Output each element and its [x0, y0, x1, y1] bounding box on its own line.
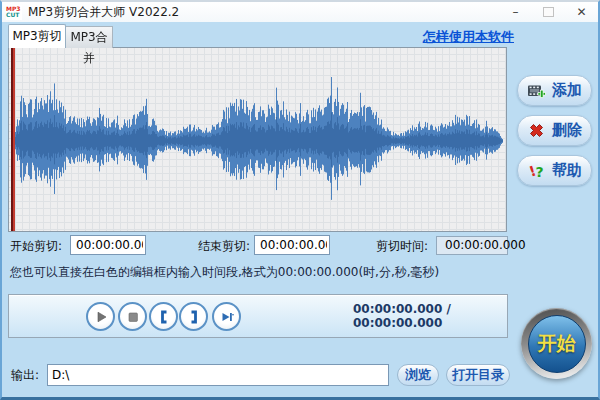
close-icon: ✕	[576, 5, 586, 19]
set-start-button[interactable]	[149, 302, 178, 331]
tab-mp3-merge[interactable]: MP3合并	[65, 26, 113, 48]
play-icon	[93, 309, 109, 325]
minimize-button[interactable]: –	[499, 2, 532, 22]
help-button-label: 帮助	[552, 161, 582, 180]
red-x-icon	[527, 121, 546, 140]
bracket-close-icon	[186, 309, 202, 325]
minimize-icon: –	[513, 5, 519, 19]
waveform-canvas[interactable]	[9, 48, 506, 231]
play-button[interactable]	[86, 302, 115, 331]
stop-icon	[125, 309, 141, 325]
start-cut-input[interactable]	[70, 235, 146, 255]
titlebar: MP3 CUT MP3剪切合并大师 V2022.2 – ✕	[2, 2, 598, 22]
player-panel: 00:00:00.000 / 00:00:00.000	[8, 294, 508, 338]
open-directory-button[interactable]: 打开目录	[446, 364, 510, 386]
app-logo-bottom: CUT	[6, 12, 22, 18]
end-cut-input[interactable]	[254, 235, 330, 255]
stop-button[interactable]	[118, 302, 147, 331]
window-controls: – ✕	[499, 2, 598, 22]
cut-duration-label: 剪切时间:	[376, 236, 428, 256]
add-button[interactable]: 添加	[517, 75, 592, 106]
play-range-icon	[219, 309, 235, 325]
waveform-panel	[8, 47, 507, 232]
format-instruction-text: 您也可以直接在白色的编辑框内输入时间段,格式为00:00:00.000(时,分,…	[10, 264, 439, 281]
svg-text:?: ?	[536, 164, 544, 180]
bracket-open-icon	[156, 309, 172, 325]
app-logo-icon: MP3 CUT	[6, 5, 22, 20]
set-end-button[interactable]	[179, 302, 208, 331]
window-title: MP3剪切合并大师 V2022.2	[28, 4, 179, 21]
delete-button-label: 删除	[552, 121, 582, 140]
start-button-label: 开始	[528, 315, 586, 373]
how-to-use-link[interactable]: 怎样使用本软件	[423, 28, 514, 46]
browse-button[interactable]: 浏览	[397, 364, 439, 386]
output-path-input[interactable]	[47, 364, 389, 386]
start-cut-label: 开始剪切:	[10, 236, 62, 256]
maximize-icon	[543, 7, 554, 17]
end-cut-label: 结束剪切:	[198, 236, 250, 256]
tab-mp3-cut[interactable]: MP3剪切	[8, 24, 66, 48]
app-window: MP3 CUT MP3剪切合并大师 V2022.2 – ✕ MP3剪切 MP3合…	[0, 0, 600, 400]
cut-duration-value: 00:00:00.000	[436, 236, 508, 255]
help-button[interactable]: ! ? 帮助	[517, 155, 592, 186]
help-icon: ! ?	[527, 161, 546, 180]
start-button[interactable]: 开始	[521, 308, 592, 379]
play-selection-button[interactable]	[212, 302, 241, 331]
add-button-label: 添加	[552, 81, 582, 100]
delete-button[interactable]: 删除	[517, 115, 592, 146]
time-position-display: 00:00:00.000 / 00:00:00.000	[353, 295, 507, 337]
output-label: 输出:	[11, 365, 39, 385]
maximize-button[interactable]	[532, 2, 565, 22]
filmstrip-add-icon	[527, 82, 546, 100]
close-button[interactable]: ✕	[565, 2, 598, 22]
playback-cursor	[11, 48, 15, 231]
